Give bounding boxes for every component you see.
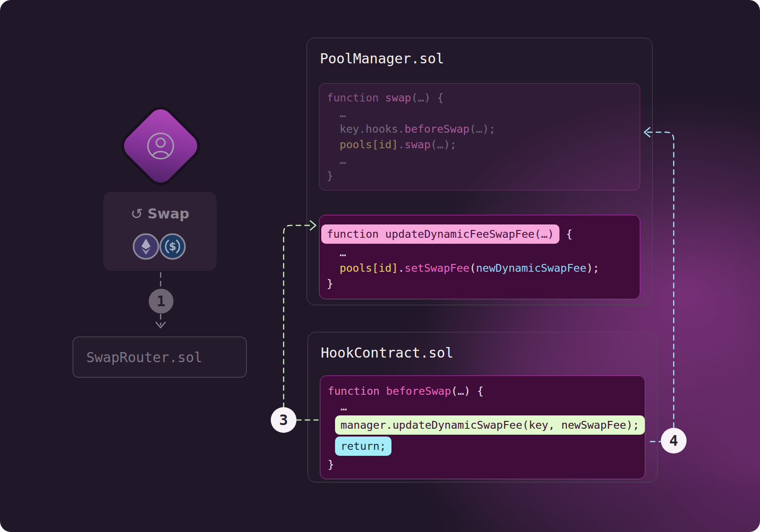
- code-line: …: [327, 245, 631, 260]
- pm-swap-code-block: function swap(…) { … key.hooks.beforeSwa…: [319, 83, 640, 190]
- code-seg: (…) {: [451, 385, 484, 398]
- swap-row: ↺ Swap: [103, 206, 217, 222]
- manager-call-pill: manager.updateDynamicSwapFee(key, newSwa…: [335, 415, 645, 435]
- code-seg: (…);: [430, 138, 457, 151]
- code-seg: (: [469, 262, 476, 274]
- step-3-badge: 3: [271, 407, 296, 433]
- hookcontract-panel: HookContract.sol function beforeSwap(…) …: [307, 332, 658, 482]
- code-line: }: [327, 276, 631, 291]
- usd-coin-icon: $: [159, 233, 186, 260]
- code-line: function beforeSwap(…) {: [328, 383, 637, 399]
- swap-icon: ↺: [131, 207, 143, 221]
- code-line: return;: [328, 436, 637, 457]
- step-4-badge: 4: [661, 428, 687, 454]
- code-seg: );: [587, 262, 599, 274]
- code-line: function swap(…) {: [327, 90, 631, 106]
- user-avatar-diamond: [119, 104, 202, 187]
- eth-coin-icon: [133, 233, 159, 260]
- code-seg: }: [328, 458, 334, 471]
- code-line: key.hooks.beforeSwap(…);: [327, 121, 631, 137]
- code-seg: }: [327, 277, 333, 290]
- code-seg: .: [398, 262, 404, 274]
- code-line: pools[id].setSwapFee(newDynamicSwapFee);: [327, 260, 631, 276]
- code-seg: pools[id]: [340, 138, 398, 151]
- user-icon: [146, 132, 175, 160]
- code-line: …: [327, 152, 631, 168]
- code-line: …: [327, 106, 631, 121]
- hookcontract-title: HookContract.sol: [321, 345, 645, 361]
- diagram-canvas: ↺ Swap $ SwapRouter.sol PoolManager.sol: [0, 0, 760, 532]
- code-seg: …: [340, 246, 346, 259]
- code-seg: (…);: [469, 123, 496, 135]
- code-line: manager.updateDynamicSwapFee(key, newSwa…: [328, 414, 637, 436]
- code-line: }: [327, 168, 631, 184]
- code-seg: function: [328, 385, 386, 398]
- code-line: pools[id].swap(…);: [327, 137, 631, 152]
- step1-arrowhead: [156, 322, 165, 328]
- pm-updatefee-code-block: function updateDynamicFeeSwapFee(…) { … …: [319, 215, 640, 299]
- code-seg: key.hooks.: [340, 123, 404, 135]
- code-seg: …: [341, 400, 347, 413]
- updatedynamicfeeswapfee-pill: function updateDynamicFeeSwapFee(…): [321, 224, 559, 244]
- code-seg: {: [559, 228, 572, 241]
- swaprouter-filename: SwapRouter.sol: [86, 349, 202, 365]
- code-seg: swap: [385, 91, 411, 104]
- code-seg: }: [327, 169, 333, 182]
- swaprouter-file-card: SwapRouter.sol: [73, 336, 247, 378]
- code-line: function updateDynamicFeeSwapFee(…) {: [327, 224, 631, 245]
- code-seg: beforeSwap: [404, 123, 469, 135]
- code-seg: .: [398, 138, 404, 151]
- code-seg: function: [327, 91, 385, 104]
- step-1-badge: 1: [149, 289, 173, 314]
- code-seg: swap: [405, 138, 431, 151]
- poolmanager-title: PoolManager.sol: [320, 51, 640, 67]
- code-seg: …: [340, 107, 346, 120]
- code-seg: pools[id]: [340, 262, 398, 274]
- code-seg: (…) {: [411, 91, 444, 104]
- poolmanager-panel: PoolManager.sol function swap(…) { … key…: [307, 38, 653, 305]
- code-seg: newDynamicSwapFee: [476, 262, 587, 274]
- swap-action-card: ↺ Swap $: [103, 192, 217, 271]
- svg-text:$: $: [169, 241, 176, 252]
- code-line: …: [328, 399, 637, 414]
- return-pill: return;: [335, 437, 391, 456]
- code-seg: beforeSwap: [386, 385, 451, 398]
- hook-beforeswap-code-block: function beforeSwap(…) { … manager.updat…: [320, 375, 645, 479]
- code-seg: setSwapFee: [405, 262, 469, 274]
- code-seg: …: [340, 154, 346, 167]
- code-line: }: [328, 457, 637, 472]
- swap-label: Swap: [147, 206, 189, 222]
